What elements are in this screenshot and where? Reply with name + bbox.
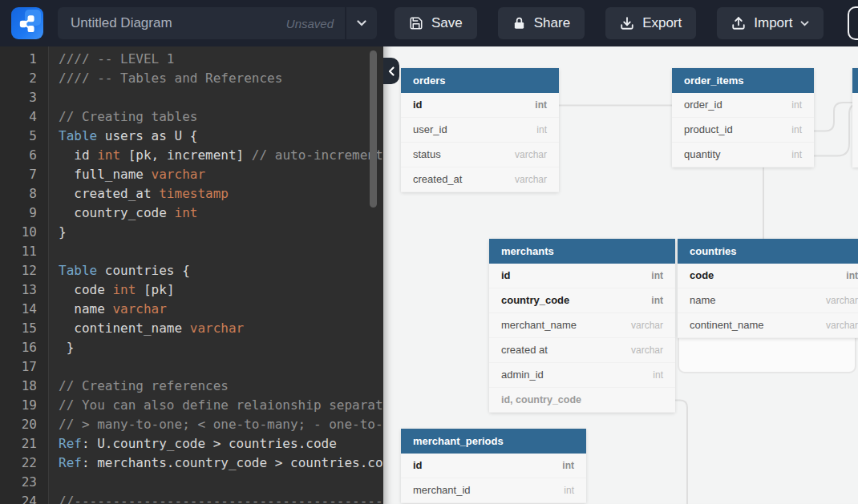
export-button[interactable]: Export — [605, 7, 696, 39]
table-field-row: codeint — [678, 264, 858, 288]
field-type: int — [564, 478, 574, 502]
diagram-title: Untitled Diagram — [71, 15, 278, 31]
code-line: 1//// -- LEVEL 1 — [0, 50, 383, 69]
code-text — [48, 242, 59, 261]
table-field-row: product_idint — [672, 118, 814, 143]
field-name: merchant_id — [413, 478, 471, 502]
table-orders[interactable]: ordersidintuser_idintstatusvarcharcreate… — [401, 68, 559, 192]
field-type: int — [536, 118, 547, 142]
table-order_items[interactable]: order_itemsorder_idintproduct_idintquant… — [672, 68, 814, 167]
field-type: varchar — [826, 288, 858, 312]
line-number: 19 — [0, 396, 48, 415]
table-merchant_periods[interactable]: merchant_periodsidintmerchant_idint — [401, 429, 586, 503]
table-header[interactable] — [852, 68, 858, 93]
table-body — [852, 93, 858, 167]
code-text — [48, 357, 59, 377]
line-number: 10 — [0, 223, 48, 242]
app-logo[interactable] — [11, 7, 43, 39]
line-number: 2 — [0, 69, 48, 88]
code-text: // You can also define relaionship separ… — [48, 396, 383, 415]
code-text: } — [48, 338, 74, 357]
table-header[interactable]: merchant_periods — [401, 429, 586, 454]
table-field-row: merchant_namevarchar — [489, 313, 675, 338]
table-field-row: idint — [401, 454, 586, 478]
code-line: 12Table countries { — [0, 261, 383, 280]
code-line: 16 } — [0, 338, 383, 357]
code-line: 9 country_code int — [0, 204, 383, 223]
line-number: 21 — [0, 434, 48, 454]
save-button[interactable]: Save — [395, 7, 477, 39]
diagram-canvas[interactable]: ordersidintuser_idintstatusvarcharcreate… — [383, 46, 858, 504]
table-field-row: user_idint — [401, 118, 559, 143]
line-number: 12 — [0, 261, 48, 280]
code-line: 4// Creating tables — [0, 107, 383, 127]
code-line: 23 — [0, 473, 383, 492]
field-name: status — [413, 143, 441, 167]
table-field-row: order_idint — [672, 93, 814, 118]
table-countries[interactable]: countriescodeintnamevarcharcontinent_nam… — [678, 239, 858, 338]
code-line: 2//// -- Tables and References — [0, 69, 383, 88]
table-header[interactable]: order_items — [672, 68, 814, 93]
code-text: Ref: U.country_code > countries.code — [48, 434, 337, 454]
code-text: name varchar — [48, 300, 167, 319]
import-button[interactable]: Import — [717, 7, 824, 39]
field-type: int — [653, 363, 663, 387]
field-name: admin_id — [501, 363, 544, 387]
field-type: varchar — [515, 167, 547, 192]
upload-import-icon — [731, 16, 746, 30]
code-text: created_at timestamp — [48, 184, 229, 204]
diagram-title-input[interactable]: Untitled Diagram Unsaved — [58, 7, 345, 39]
table-merchants[interactable]: merchantsidintcountry_codeintmerchant_na… — [489, 239, 675, 413]
lock-icon — [512, 16, 526, 30]
code-line: 6 id int [pk, increment] // auto-increme… — [0, 146, 383, 165]
code-line: 7 full_name varchar — [0, 165, 383, 184]
code-line: 18// Creating references — [0, 377, 383, 396]
field-type: int — [791, 143, 802, 167]
dbml-code-editor[interactable]: 1//// -- LEVEL 12//// -- Tables and Refe… — [0, 46, 383, 504]
dbdiagram-app: Untitled Diagram Unsaved Save — [0, 0, 858, 504]
code-text: country_code int — [48, 204, 197, 223]
field-name: id — [413, 93, 423, 117]
table-field-row: created atvarchar — [489, 338, 675, 363]
title-dropdown-button[interactable] — [346, 7, 377, 39]
table-field-row: country_codeint — [489, 288, 675, 313]
table-field-row: merchant_idint — [401, 478, 586, 503]
code-line: 13 code int [pk] — [0, 280, 383, 300]
chevron-down-icon — [800, 21, 809, 26]
line-number: 11 — [0, 242, 48, 261]
code-line: 10} — [0, 223, 383, 242]
table-header[interactable]: orders — [401, 68, 559, 93]
field-type: int — [791, 93, 802, 117]
code-text: } — [48, 223, 67, 242]
table-partial[interactable] — [852, 68, 858, 167]
code-line: 20// > many-to-one; < one-to-many; - one… — [0, 415, 383, 434]
code-line: 21Ref: U.country_code > countries.code — [0, 434, 383, 454]
line-number: 4 — [0, 107, 48, 127]
chevron-left-icon — [388, 67, 395, 76]
collapse-editor-button[interactable] — [383, 58, 399, 84]
chevron-down-icon — [357, 20, 366, 26]
field-type: int — [651, 288, 663, 312]
line-number: 16 — [0, 338, 48, 357]
floppy-save-icon — [409, 16, 423, 30]
code-text: // > many-to-one; < one-to-many; - one-t… — [48, 415, 383, 434]
field-type: int — [535, 93, 547, 117]
share-button[interactable]: Share — [498, 7, 585, 39]
code-line: 11 — [0, 242, 383, 261]
table-field-row: idint — [401, 93, 559, 118]
editor-scrollbar[interactable] — [370, 50, 377, 208]
field-type: varchar — [515, 143, 547, 167]
code-text: // Creating tables — [48, 107, 197, 127]
table-header[interactable]: countries — [678, 239, 858, 264]
line-number: 7 — [0, 165, 48, 184]
table-field-row: quantityint — [672, 143, 814, 167]
table-header[interactable]: merchants — [489, 239, 675, 264]
table-field-row: continent_namevarchar — [678, 313, 858, 338]
field-name: created at — [501, 338, 548, 362]
code-text: //// -- Tables and References — [48, 69, 282, 88]
line-number: 18 — [0, 377, 48, 396]
line-number: 5 — [0, 127, 48, 146]
line-number: 8 — [0, 184, 48, 204]
database-button[interactable] — [848, 6, 858, 40]
table-field-row: idint — [489, 264, 675, 288]
